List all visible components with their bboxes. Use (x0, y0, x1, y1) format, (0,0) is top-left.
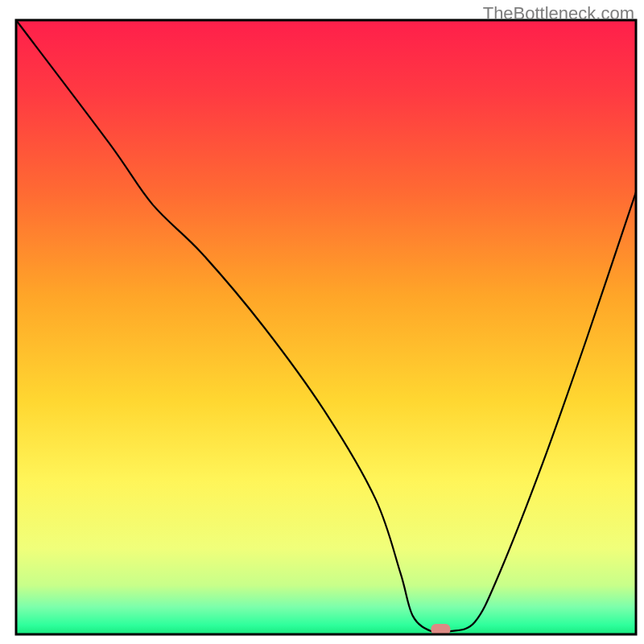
bottleneck-chart (0, 0, 644, 644)
chart-background-gradient (16, 20, 636, 634)
chart-container: TheBottleneck.com (0, 0, 644, 644)
watermark-text: TheBottleneck.com (483, 3, 634, 24)
